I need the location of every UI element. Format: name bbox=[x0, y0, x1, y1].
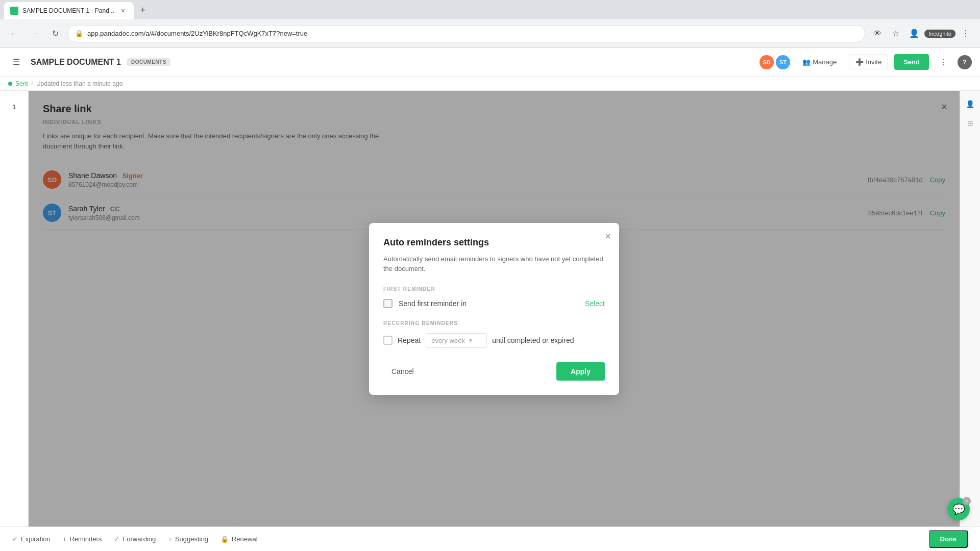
sent-label: Sent bbox=[15, 80, 28, 87]
more-button[interactable]: ⋮ bbox=[935, 54, 951, 70]
invite-label: Invite bbox=[866, 58, 881, 66]
help-button[interactable]: ? bbox=[958, 55, 972, 69]
address-bar[interactable]: 🔒 app.pandadoc.com/a/#/documents/2UzYiBK… bbox=[67, 25, 865, 42]
modal-footer: Cancel Apply bbox=[383, 362, 605, 381]
expiration-item[interactable]: ✓ Expiration bbox=[12, 535, 51, 543]
toolbar-actions: 👁 ☆ 👤 Incognito ⋮ bbox=[869, 26, 974, 42]
bottom-bar: ✓ Expiration + Reminders ✓ Forwarding + … bbox=[0, 527, 980, 551]
doc-badge: DOCUMENTS bbox=[127, 58, 170, 66]
sidebar-right-grid-icon[interactable]: ⊞ bbox=[963, 116, 977, 131]
invite-button[interactable]: ➕ Invite bbox=[849, 55, 888, 69]
repeat-text: Repeat bbox=[398, 336, 421, 344]
sent-dot bbox=[8, 82, 12, 86]
bookmark-icon[interactable]: ☆ bbox=[888, 26, 904, 42]
send-button[interactable]: Send bbox=[894, 54, 929, 70]
first-reminder-checkbox[interactable] bbox=[383, 299, 393, 308]
avatar-sd: SD bbox=[760, 55, 774, 69]
no-tracking-icon[interactable]: 👁 bbox=[869, 26, 886, 42]
main-area: 1 Share link INDIVIDUAL LINKS Links are … bbox=[0, 91, 980, 527]
sidebar-left: 1 bbox=[0, 91, 29, 527]
dropdown-arrow-icon: ▼ bbox=[468, 338, 473, 343]
chat-icon: 💬 bbox=[952, 503, 965, 515]
extensions-icon[interactable]: ⋮ bbox=[958, 26, 974, 42]
tab-favicon bbox=[10, 7, 18, 15]
until-text: until completed or expired bbox=[492, 336, 574, 344]
active-tab[interactable]: SAMPLE DOCUMENT 1 - Pand... × bbox=[4, 2, 134, 19]
manage-button[interactable]: 👥 Manage bbox=[796, 55, 843, 69]
done-button[interactable]: Done bbox=[929, 530, 968, 548]
reminders-label: Reminders bbox=[69, 535, 102, 543]
first-reminder-row: Send first reminder in Select bbox=[383, 299, 605, 308]
browser-chrome: SAMPLE DOCUMENT 1 - Pand... × + ← → ↻ 🔒 … bbox=[0, 0, 980, 48]
tab-close-button[interactable]: × bbox=[118, 6, 128, 15]
app-header: ☰ SAMPLE DOCUMENT 1 DOCUMENTS SD ST 👥 Ma… bbox=[0, 48, 980, 77]
renewal-item[interactable]: 🔒 Renewal bbox=[220, 535, 258, 543]
week-dropdown[interactable]: every week ▼ bbox=[426, 333, 487, 348]
expiration-label: Expiration bbox=[21, 535, 51, 543]
app: ☰ SAMPLE DOCUMENT 1 DOCUMENTS SD ST 👥 Ma… bbox=[0, 48, 980, 551]
select-link[interactable]: Select bbox=[585, 299, 605, 308]
modal-close-button[interactable]: × bbox=[605, 231, 611, 241]
repeat-row: Repeat every week ▼ until completed or e… bbox=[383, 333, 605, 348]
separator: • bbox=[31, 80, 33, 87]
manage-icon: 👥 bbox=[802, 58, 811, 66]
renewal-lock-icon: 🔒 bbox=[220, 535, 229, 543]
manage-label: Manage bbox=[813, 58, 837, 66]
reminders-item[interactable]: + Reminders bbox=[63, 535, 102, 543]
sidebar-right: 👤 ⊞ bbox=[960, 91, 980, 527]
url-text: app.pandadoc.com/a/#/documents/2UzYiBKr8… bbox=[87, 30, 857, 37]
first-reminder-section-label: FIRST REMINDER bbox=[383, 286, 605, 292]
modal-overlay: × Auto reminders settings Automatically … bbox=[29, 91, 960, 527]
update-text: Updated less than a minute ago bbox=[36, 80, 122, 87]
reload-button[interactable]: ↻ bbox=[47, 26, 63, 42]
back-button[interactable]: ← bbox=[6, 26, 22, 42]
profile-icon[interactable]: 👤 bbox=[906, 26, 922, 42]
expiration-check-icon: ✓ bbox=[12, 535, 18, 543]
new-tab-button[interactable]: + bbox=[136, 3, 150, 17]
browser-toolbar: ← → ↻ 🔒 app.pandadoc.com/a/#/documents/2… bbox=[0, 19, 980, 48]
sidebar-item-page[interactable]: 1 bbox=[4, 97, 24, 117]
page-number: 1 bbox=[12, 104, 16, 111]
hamburger-button[interactable]: ☰ bbox=[8, 54, 24, 70]
suggesting-plus-icon: + bbox=[168, 535, 172, 543]
first-reminder-text: Send first reminder in bbox=[399, 299, 579, 308]
reminders-plus-icon: + bbox=[63, 535, 67, 543]
invite-icon: ➕ bbox=[855, 58, 864, 66]
forwarding-label: Forwarding bbox=[122, 535, 156, 543]
modal-desc: Automatically send email reminders to si… bbox=[383, 254, 605, 274]
chat-close-button[interactable]: × bbox=[963, 497, 971, 505]
forwarding-item[interactable]: ✓ Forwarding bbox=[114, 535, 156, 543]
tab-bar: SAMPLE DOCUMENT 1 - Pand... × + bbox=[0, 0, 980, 19]
sidebar-right-person-icon[interactable]: 👤 bbox=[963, 97, 977, 111]
suggesting-label: Suggesting bbox=[175, 535, 208, 543]
repeat-checkbox[interactable] bbox=[383, 336, 393, 345]
header-sub: Sent • Updated less than a minute ago bbox=[0, 77, 980, 91]
week-placeholder: every week bbox=[431, 337, 465, 344]
forwarding-check-icon: ✓ bbox=[114, 535, 119, 543]
content-area: Share link INDIVIDUAL LINKS Links are un… bbox=[29, 91, 960, 527]
avatar-group: SD ST bbox=[760, 55, 790, 69]
avatar-st: ST bbox=[776, 55, 790, 69]
apply-button[interactable]: Apply bbox=[556, 362, 605, 381]
suggesting-item[interactable]: + Suggesting bbox=[168, 535, 208, 543]
doc-title: SAMPLE DOCUMENT 1 bbox=[31, 58, 121, 67]
forward-button[interactable]: → bbox=[27, 26, 43, 42]
recurring-section-label: RECURRING REMINDERS bbox=[383, 320, 605, 326]
renewal-label: Renewal bbox=[232, 535, 258, 543]
auto-reminders-modal: × Auto reminders settings Automatically … bbox=[369, 223, 619, 395]
modal-title: Auto reminders settings bbox=[383, 237, 605, 248]
lock-icon: 🔒 bbox=[75, 30, 83, 37]
tab-title: SAMPLE DOCUMENT 1 - Pand... bbox=[22, 7, 114, 14]
cancel-button[interactable]: Cancel bbox=[383, 363, 422, 380]
incognito-badge: Incognito bbox=[924, 30, 955, 38]
chat-widget[interactable]: 💬 × bbox=[947, 498, 970, 520]
